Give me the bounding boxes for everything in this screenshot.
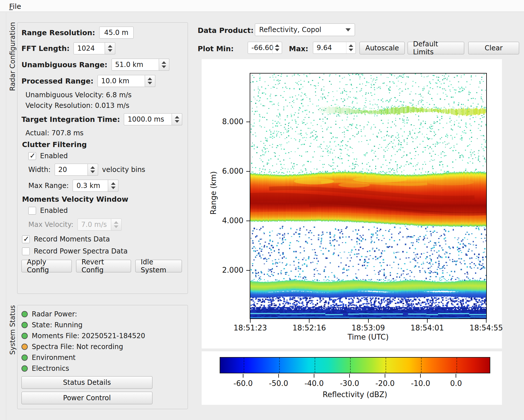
power-control-button[interactable]: Power Control [21,392,152,404]
colorbar-tick-label: -20.0 [368,379,402,388]
colorbar-tick [420,374,421,378]
spin-down-icon[interactable] [108,49,112,52]
record-moments-checkbox[interactable] [22,235,30,243]
menu-bar: File [0,0,524,12]
spin-down-icon[interactable] [349,49,353,51]
spin-up-icon[interactable] [162,61,166,64]
x-tick [368,319,369,323]
spin-down-icon[interactable] [175,120,179,123]
y-tick-label: 6.000 [219,167,243,175]
system-status-frame: Radar Power: State: Running Moments File… [17,305,188,409]
spin-up-icon[interactable] [148,78,152,80]
status-label: Moments File: 20250521-184520 [32,332,145,340]
fft-length-label: FFT Length: [21,44,70,53]
target-integration-time-row: Target Integration Time: 1000.0 ms [21,113,183,125]
system-status-frame-title: System Status [9,305,17,355]
moments-velocity-window-heading: Moments Velocity Window [22,195,183,203]
colorbar-tick-line [456,358,457,373]
clutter-enabled-checkbox[interactable] [28,152,36,160]
radar-configuration-frame-title: Radar Configuration [9,22,17,91]
status-details-button[interactable]: Status Details [21,376,152,389]
y-axis-title: Range (km) [209,171,218,215]
x-tick-label: 18:52:16 [289,324,329,332]
spin-up-icon[interactable] [175,116,179,118]
actual-integration-time-text: Actual: 707.8 ms [25,129,183,137]
spin-down-icon[interactable] [148,82,152,84]
target-integration-time-spinner-buttons[interactable] [172,113,182,125]
status-dot [21,354,28,361]
x-tick [486,319,487,323]
spin-up-icon[interactable] [275,44,279,47]
spin-down-icon[interactable] [111,187,116,189]
plot-max-input[interactable]: 9.64 [313,42,356,54]
range-resolution-input[interactable]: 45.0 m [99,27,134,39]
plot-min-value: -66.60 [251,44,273,52]
spin-down-icon[interactable] [275,49,279,51]
data-product-dropdown[interactable]: Reflectivity, Copol [255,23,355,36]
processed-range-row: Processed Range: 10.0 km [21,75,183,87]
colorbar-figure: -60.0-50.0-40.0-30.0-20.0-10.00.0 Reflec… [202,351,502,405]
y-tick [246,171,250,172]
clutter-width-input[interactable]: 20 [55,164,88,176]
spin-up-icon[interactable] [111,182,116,185]
data-product-label: Data Product: [198,26,253,35]
autoscale-button[interactable]: Autoscale [360,42,405,54]
menu-file[interactable]: File [6,2,24,11]
reflectivity-heatmap [250,73,487,319]
record-spectra-label: Record Power Spectra Data [34,247,128,255]
plot-min-spinner-buttons[interactable] [272,42,279,54]
status-label: Electronics [32,364,69,373]
spin-up-icon[interactable] [349,44,353,47]
processed-range-spinner-buttons[interactable] [145,75,155,87]
x-tick-label: 18:54:55 [466,324,506,332]
clear-button[interactable]: Clear [468,42,519,54]
clutter-max-range-input[interactable]: 0.3 km [73,180,108,192]
colorbar-tick-line [386,358,386,373]
default-limits-button[interactable]: Default Limits [408,42,464,54]
clutter-max-range-spinner-buttons[interactable] [108,180,118,192]
colorbar-tick [314,374,314,378]
x-tick [427,319,428,323]
y-tick-label: 4.000 [219,216,243,225]
idle-system-button[interactable]: Idle System [135,260,182,272]
record-moments-row: Record Moments Data [22,235,183,243]
status-row-electronics: Electronics [21,363,183,374]
target-integration-time-label: Target Integration Time: [21,115,120,124]
spin-up-icon [114,221,118,224]
colorbar-tick [243,374,243,378]
status-row-state: State: Running [21,320,183,330]
processed-range-input[interactable]: 10.0 km [98,75,145,87]
status-dot [21,344,28,350]
revert-config-button[interactable]: Revert Config [76,260,131,272]
record-spectra-row: Record Power Spectra Data [22,247,183,255]
plot-min-input[interactable]: -66.60 [248,42,282,54]
colorbar-gradient [220,357,490,373]
status-label: Environment [32,354,76,362]
mvw-enabled-checkbox[interactable] [28,207,36,215]
clutter-width-spinner-buttons[interactable] [88,164,98,176]
x-tick [309,319,309,323]
unambiguous-range-spinner-buttons[interactable] [159,59,169,71]
target-integration-time-input[interactable]: 1000.0 ms [124,113,172,125]
unambiguous-range-input[interactable]: 51.0 km [112,59,159,71]
record-spectra-checkbox[interactable] [22,247,30,255]
fft-length-spinner-buttons[interactable] [105,42,115,54]
spin-down-icon [114,225,118,228]
spin-up-icon[interactable] [90,166,95,169]
spin-down-icon[interactable] [162,66,166,68]
plot-max-spinner-buttons[interactable] [346,42,353,54]
spin-down-icon[interactable] [90,171,95,173]
fft-length-input[interactable]: 1024 [74,42,105,54]
status-dot [21,365,28,372]
time-height-plot-figure: 8.0006.0004.0002.000 18:51:2318:52:1618:… [202,59,502,348]
unambiguous-velocity-text: Unambiguous Velocity: 6.8 m/s [25,91,183,99]
spin-up-icon[interactable] [108,45,112,47]
status-dot [21,322,28,328]
clutter-filtering-heading: Clutter Filtering [22,140,183,149]
colorbar-tick-label: 0.0 [439,379,473,388]
plot-min-label: Plot Min: [198,45,234,53]
velocity-resolution-text: Velocity Resolution: 0.013 m/s [25,102,183,110]
colorbar-tick-label: -60.0 [226,379,260,388]
colorbar-title: Reflectivity (dBZ) [319,390,391,399]
apply-config-button[interactable]: Apply Config [21,260,72,272]
